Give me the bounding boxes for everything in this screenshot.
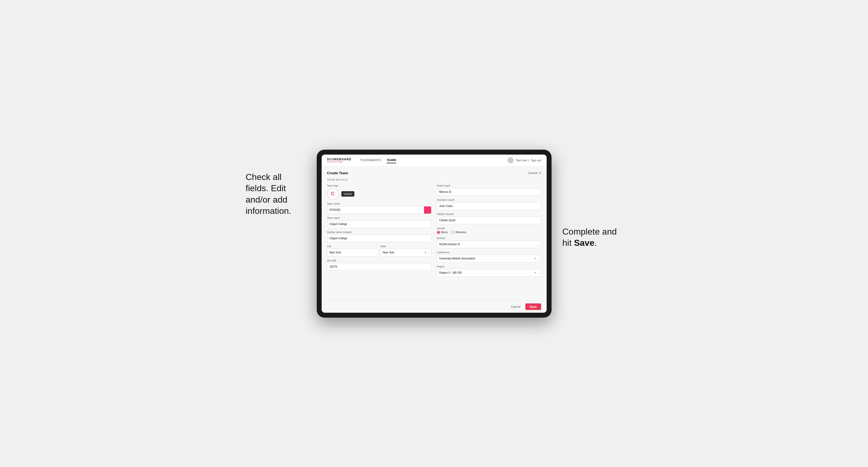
annotation-right: Complete and hit Save. [562, 150, 623, 249]
conference-select-wrap: University Athletic Association ✕ ⌄ [437, 255, 541, 262]
cancel-x-button[interactable]: Cancel ✕ [528, 171, 541, 175]
user-avatar [507, 157, 514, 163]
womens-radio-dot[interactable] [451, 231, 454, 234]
display-name-label: Display name (unique) [327, 231, 431, 234]
team-name-input[interactable] [327, 220, 431, 228]
form-body: Team logo C Upload Team colour [327, 184, 541, 279]
logo-area: C Upload [327, 188, 431, 199]
annotation-right-text2: . [594, 238, 597, 248]
sign-out-link[interactable]: Sign out [531, 159, 541, 162]
team-colour-label: Team colour [327, 203, 431, 205]
head-coach-input[interactable] [437, 188, 541, 196]
zip-code-group: Zip code [327, 259, 431, 271]
gender-row: Mens Womens [437, 231, 541, 234]
mens-label: Mens [441, 231, 448, 234]
conference-clear-icon[interactable]: ✕ [534, 257, 536, 260]
gender-group: Gender Mens Womens [437, 227, 541, 234]
user-name: Test User | [516, 159, 529, 162]
brand-logo: SCOREBOARD Powered by clippit [327, 158, 351, 163]
division-select-wrap: NCAA Division III [437, 241, 541, 248]
display-name-group: Display name (unique) [327, 231, 431, 242]
form-title: Create Team [327, 171, 348, 175]
team-logo-group: Team logo C Upload [327, 184, 431, 199]
save-button[interactable]: Save [525, 303, 541, 310]
region-select[interactable]: Region II - (M) DIII [437, 269, 541, 277]
color-swatch[interactable] [424, 206, 431, 214]
assistant-coach-input[interactable] [437, 203, 541, 210]
region-label: Region [437, 265, 541, 268]
athletic-director-group: Athletic Director [437, 213, 541, 224]
state-group: State New York ✕ ⌄ [380, 245, 431, 256]
color-field-wrap [327, 206, 431, 214]
upload-button[interactable]: Upload [341, 191, 355, 197]
team-logo-label: Team logo [327, 184, 431, 187]
nav-right: Test User | Sign out [507, 157, 541, 163]
brand-subtitle: Powered by clippit [327, 161, 351, 163]
division-select[interactable]: NCAA Division III [437, 241, 541, 248]
form-area: Create Team Cancel ✕ TEAM DETAILS Team l… [322, 166, 547, 301]
state-label: State [380, 245, 431, 248]
annotation-left: Check all fields. Edit and/or add inform… [246, 150, 306, 217]
tablet-frame: SCOREBOARD Powered by clippit TOURNAMENT… [317, 150, 552, 318]
zip-input[interactable] [327, 263, 431, 271]
display-name-input[interactable] [327, 235, 431, 242]
team-logo-circle: C [327, 188, 339, 199]
conference-group: Conference University Athletic Associati… [437, 251, 541, 262]
state-select[interactable]: New York [380, 249, 431, 256]
team-name-label: Team name [327, 217, 431, 219]
gender-womens-option[interactable]: Womens [451, 231, 466, 234]
team-colour-group: Team colour [327, 203, 431, 214]
brand-title: SCOREBOARD [327, 158, 351, 161]
division-group: Division NCAA Division III [437, 237, 541, 248]
region-select-wrap: Region II - (M) DIII ✕ ⌄ [437, 269, 541, 277]
region-group: Region Region II - (M) DIII ✕ ⌄ [437, 265, 541, 277]
tablet-screen: SCOREBOARD Powered by clippit TOURNAMENT… [322, 155, 547, 313]
athletic-director-input[interactable] [437, 217, 541, 224]
cancel-button[interactable]: Cancel [508, 303, 523, 310]
city-state-row: City State New York ✕ ⌄ [327, 245, 431, 256]
gender-label: Gender [437, 227, 541, 230]
womens-label: Womens [456, 231, 466, 234]
head-coach-label: Head Coach [437, 184, 541, 187]
mens-radio-dot[interactable] [437, 231, 440, 234]
conference-label: Conference [437, 251, 541, 254]
conference-select[interactable]: University Athletic Association [437, 255, 541, 262]
navbar: SCOREBOARD Powered by clippit TOURNAMENT… [322, 155, 547, 166]
section-label: TEAM DETAILS [327, 178, 541, 181]
form-header: Create Team Cancel ✕ [327, 171, 541, 175]
region-clear-icon[interactable]: ✕ [534, 271, 536, 274]
form-right-column: Head Coach Assistant Coach Athletic Dire… [437, 184, 541, 279]
cancel-x-label: Cancel [528, 171, 537, 175]
city-input[interactable] [327, 249, 378, 256]
athletic-director-label: Athletic Director [437, 213, 541, 216]
city-group: City [327, 245, 378, 256]
team-name-group: Team name [327, 217, 431, 228]
close-icon: ✕ [539, 171, 541, 175]
state-clear-icon[interactable]: ✕ [424, 251, 427, 254]
division-label: Division [437, 237, 541, 240]
team-colour-input[interactable] [327, 206, 424, 214]
gender-mens-option[interactable]: Mens [437, 231, 448, 234]
nav-teams[interactable]: TEAMS [386, 158, 396, 163]
zip-label: Zip code [327, 259, 431, 262]
form-left-column: Team logo C Upload Team colour [327, 184, 431, 279]
form-footer: Cancel Save [322, 301, 547, 313]
head-coach-group: Head Coach [437, 184, 541, 196]
state-select-wrap: New York ✕ ⌄ [380, 249, 431, 256]
city-label: City [327, 245, 378, 248]
nav-tournaments[interactable]: TOURNAMENTS [360, 158, 381, 163]
annotation-right-bold: Save [574, 238, 594, 248]
assistant-coach-group: Assistant Coach [437, 198, 541, 210]
nav-links: TOURNAMENTS TEAMS [360, 158, 501, 163]
assistant-coach-label: Assistant Coach [437, 198, 541, 201]
